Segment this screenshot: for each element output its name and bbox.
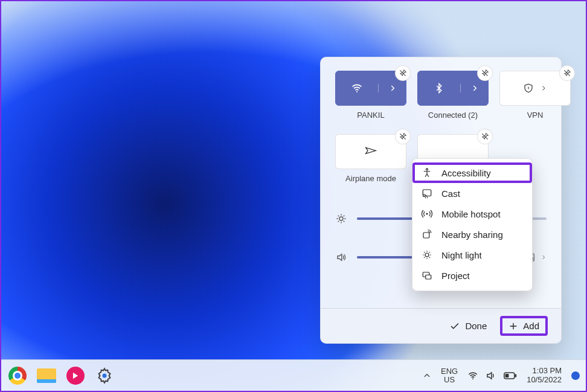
popup-item-project[interactable]: Project <box>412 265 532 286</box>
night-light-icon <box>421 249 433 260</box>
unpin-icon[interactable] <box>477 129 493 144</box>
app-icon <box>66 367 85 385</box>
bluetooth-expand[interactable] <box>460 84 488 92</box>
nearby-icon <box>421 229 433 240</box>
clock[interactable]: 1:03 PM 10/5/2022 <box>527 367 562 385</box>
popup-item-label: Cast <box>441 188 460 199</box>
svg-point-14 <box>103 373 107 378</box>
popup-item-label: Project <box>441 271 470 281</box>
unpin-icon[interactable] <box>395 65 411 81</box>
wifi-icon[interactable] <box>336 82 378 94</box>
popup-item-cast[interactable]: Cast <box>412 183 532 204</box>
popup-item-accessibility[interactable]: Accessibility <box>412 162 532 183</box>
vpn-tile-wrap: VPN <box>499 71 571 120</box>
popup-item-label: Mobile hotspot <box>441 209 501 219</box>
taskbar-right: ENG US 1:03 PM 10/5/2022 <box>423 367 580 385</box>
lang-top: ENG <box>441 367 458 376</box>
svg-point-0 <box>356 91 358 92</box>
volume-tray-icon <box>486 370 496 381</box>
shield-icon <box>523 83 534 94</box>
panel-footer: Done Add <box>321 308 561 343</box>
gear-icon <box>96 367 113 384</box>
tile-row-1: PANKIL Connected (2) <box>335 71 547 120</box>
airplane-icon <box>365 146 377 158</box>
time: 1:03 PM <box>527 367 562 376</box>
lang-bottom: US <box>441 376 458 384</box>
popup-item-night-light[interactable]: Night light <box>412 245 532 265</box>
wifi-tile[interactable] <box>335 71 406 106</box>
popup-item-mobile-hotspot[interactable]: Mobile hotspot <box>412 204 532 224</box>
bluetooth-icon[interactable] <box>418 83 460 94</box>
volume-icon <box>335 252 347 263</box>
tray-overflow-button[interactable] <box>423 371 431 380</box>
vpn-tile[interactable] <box>499 71 571 106</box>
svg-point-11 <box>425 253 429 257</box>
svg-point-8 <box>423 196 424 198</box>
notification-badge[interactable] <box>571 371 580 380</box>
airplane-tile[interactable] <box>335 134 406 169</box>
unpin-icon[interactable] <box>395 129 411 144</box>
svg-rect-18 <box>505 374 509 378</box>
svg-rect-7 <box>423 190 431 196</box>
folder-icon <box>37 368 56 383</box>
hotspot-icon <box>421 208 433 219</box>
unpin-icon[interactable] <box>477 65 493 81</box>
add-button[interactable]: Add <box>500 316 548 336</box>
popup-item-nearby-sharing[interactable]: Nearby sharing <box>412 224 532 245</box>
wifi-tile-wrap: PANKIL <box>335 71 406 120</box>
vpn-label: VPN <box>527 111 544 120</box>
wifi-expand[interactable] <box>378 84 406 92</box>
svg-point-6 <box>426 169 428 170</box>
svg-rect-17 <box>515 374 517 377</box>
bluetooth-tile-wrap: Connected (2) <box>417 71 489 120</box>
system-tray[interactable] <box>467 370 517 381</box>
airplane-tile-wrap: Airplane mode <box>335 134 406 183</box>
svg-rect-13 <box>426 275 431 279</box>
taskbar-app-settings[interactable] <box>94 365 115 386</box>
bluetooth-label: Connected (2) <box>428 111 478 120</box>
add-popup: Accessibility Cast Mobile hotspot Nearby… <box>412 158 533 291</box>
accessibility-icon <box>421 167 433 178</box>
chevron-right-icon <box>540 85 547 92</box>
popup-item-label: Accessibility <box>441 168 491 178</box>
add-label: Add <box>523 321 539 331</box>
wifi-tray-icon <box>467 370 478 381</box>
airplane-label: Airplane mode <box>345 174 396 183</box>
svg-point-9 <box>426 213 428 215</box>
svg-rect-10 <box>423 233 429 238</box>
cast-icon <box>421 188 433 199</box>
taskbar-app-pink[interactable] <box>65 365 86 386</box>
chrome-icon <box>8 367 27 385</box>
battery-tray-icon <box>504 371 517 380</box>
bluetooth-tile[interactable] <box>417 71 489 106</box>
brightness-icon <box>335 213 347 224</box>
date: 10/5/2022 <box>527 376 562 385</box>
svg-point-1 <box>528 87 529 88</box>
wifi-label: PANKIL <box>357 111 384 120</box>
popup-item-label: Night light <box>441 250 482 260</box>
unpin-icon[interactable] <box>559 65 575 81</box>
taskbar-app-explorer[interactable] <box>36 365 57 386</box>
done-label: Done <box>465 321 487 331</box>
svg-point-2 <box>339 217 343 220</box>
taskbar-app-chrome[interactable] <box>7 365 28 386</box>
taskbar: ENG US 1:03 PM 10/5/2022 <box>1 359 586 391</box>
svg-point-15 <box>472 378 473 379</box>
popup-item-label: Nearby sharing <box>441 230 503 240</box>
project-icon <box>421 270 433 281</box>
language-indicator[interactable]: ENG US <box>441 367 458 384</box>
done-button[interactable]: Done <box>444 317 492 335</box>
